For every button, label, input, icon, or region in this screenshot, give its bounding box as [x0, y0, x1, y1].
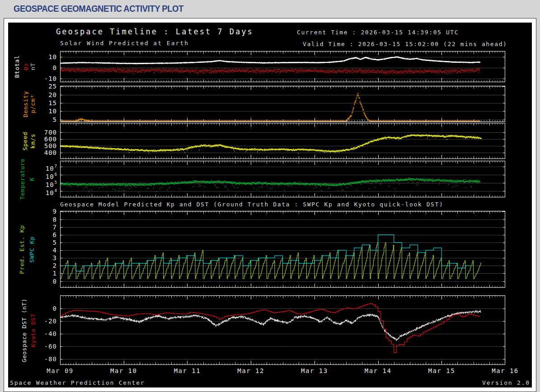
y-tick-label: 0: [8, 305, 57, 312]
y-tick-label: 500: [8, 142, 57, 149]
page-header: GEOSPACE GEOMAGNETIC ACTIVITY PLOT: [0, 0, 540, 18]
geospace-plot-image: Geospace Timeline : Latest 7 Days Solar …: [8, 23, 532, 387]
y-tick-label: 8: [8, 216, 57, 223]
y-tick-label: -10: [8, 75, 57, 82]
y-tick-label: 5: [8, 116, 57, 123]
y-tick-label: 700: [8, 129, 57, 136]
x-tick-label: Mar 15: [421, 367, 462, 374]
panel-bfield-canvas: [60, 51, 505, 82]
panel-temp-canvas: [60, 161, 505, 197]
y-tick-label: 25: [8, 83, 57, 90]
y-tick-label: 0: [8, 64, 57, 71]
y-tick-label: 104: [8, 187, 57, 195]
y-tick-label: 10: [8, 107, 57, 115]
y-tick-label: -40: [8, 330, 57, 337]
y-tick-label: 4: [8, 247, 57, 254]
y-tick-label: 107: [8, 163, 57, 170]
current-time-label: Current Time : 2026-03-15 14:39:05 UTC: [297, 29, 459, 36]
y-tick-label: 0: [8, 278, 57, 285]
y-tick-label: 9: [8, 208, 57, 215]
panel-kp-canvas: [60, 211, 505, 288]
y-tick-label: 1: [8, 270, 57, 277]
x-tick-label: Mar 12: [230, 367, 271, 374]
y-tick-label: -60: [8, 343, 57, 350]
y-tick-label: 7: [8, 224, 57, 231]
y-tick-label: 20: [8, 91, 57, 98]
x-tick-label: Mar 10: [103, 367, 144, 374]
x-tick-label: Mar 16: [485, 367, 526, 374]
y-tick-label: 105: [8, 179, 57, 187]
y-tick-label: 3: [8, 254, 57, 261]
x-tick-label: Mar 09: [40, 367, 80, 374]
y-tick-label: -20: [8, 317, 57, 325]
x-tick-label: Mar 13: [294, 367, 335, 374]
y-tick-label: 15: [8, 99, 57, 107]
panel-density-canvas: [60, 86, 505, 122]
valid-time-label: Valid Time : 2026-03-15 15:02:00 (22 min…: [303, 41, 507, 47]
x-tick-label: Mar 14: [358, 367, 399, 374]
y-tick-label: -80: [8, 355, 57, 363]
y-tick-label: 6: [8, 231, 57, 238]
plot-main-title: Geospace Timeline : Latest 7 Days: [56, 27, 254, 36]
page-title: GEOSPACE GEOMAGNETIC ACTIVITY PLOT: [14, 3, 183, 14]
x-tick-label: Mar 11: [167, 367, 207, 374]
y-tick-label: 400: [8, 149, 57, 156]
panel-dst-canvas: [60, 295, 505, 365]
footer-source: Space Weather Prediction Center: [10, 379, 145, 386]
solar-wind-subtitle: Solar Wind Predicted at Earth: [60, 40, 189, 47]
y-tick-label: 10: [8, 53, 57, 61]
plot-box: Geospace Timeline : Latest 7 Days Solar …: [4, 18, 536, 392]
panel-speed-canvas: [60, 123, 505, 159]
footer-version: Version 2.0: [482, 379, 530, 386]
y-tick-label: 2: [8, 262, 57, 269]
y-tick-label: 106: [8, 171, 57, 178]
kp-section-title: Geospace Model Predicted Kp and DST (Gro…: [60, 201, 443, 208]
y-tick-label: 5: [8, 239, 57, 246]
y-tick-label: 600: [8, 135, 57, 143]
